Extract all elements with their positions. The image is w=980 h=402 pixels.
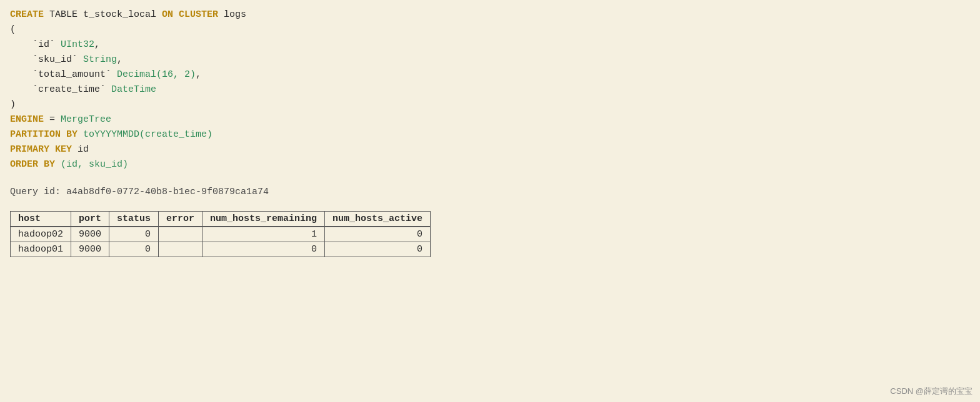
code-token: ( [10, 24, 16, 35]
code-token: `sku_id` [10, 54, 83, 65]
table-row: hadoop019000000 [11, 242, 431, 257]
code-token: ORDER BY [10, 159, 55, 170]
code-line: `create_time` DateTime [10, 82, 970, 97]
code-token: , [94, 39, 100, 50]
code-token: `id` [10, 39, 61, 50]
table-cell: 9000 [71, 227, 109, 242]
table-header: status [109, 212, 159, 227]
table-cell: 0 [109, 242, 159, 257]
code-line: `id` UInt32, [10, 37, 970, 52]
table-header: port [71, 212, 109, 227]
code-token: `create_time` [10, 84, 111, 95]
table-header: host [11, 212, 71, 227]
table-header: num_hosts_remaining [202, 212, 325, 227]
code-token: ) [10, 99, 16, 110]
code-token: Decimal(16, 2) [117, 69, 196, 80]
query-id: Query id: a4ab8df0-0772-40b8-b1ec-9f0879… [10, 185, 970, 200]
code-token: ENGINE [10, 114, 44, 125]
code-token: logs [218, 9, 246, 20]
code-token: String [83, 54, 117, 65]
table-cell [159, 227, 202, 242]
code-token: (id, sku_id) [55, 159, 128, 170]
code-line: ORDER BY (id, sku_id) [10, 157, 970, 172]
code-line: ) [10, 97, 970, 112]
table-cell: hadoop02 [11, 227, 71, 242]
code-line: PARTITION BY toYYYYMMDD(create_time) [10, 127, 970, 142]
table-cell [159, 242, 202, 257]
code-line: PRIMARY KEY id [10, 142, 970, 157]
code-line: ENGINE = MergeTree [10, 112, 970, 127]
code-token: MergeTree [61, 114, 111, 125]
table-cell: 9000 [71, 242, 109, 257]
table-cell: 0 [325, 227, 431, 242]
code-token: `total_amount` [10, 69, 117, 80]
code-token: id [72, 144, 89, 155]
table-header: num_hosts_active [325, 212, 431, 227]
code-line: ( [10, 22, 970, 37]
code-token: PARTITION BY [10, 129, 78, 140]
code-token: = [44, 114, 61, 125]
code-token: UInt32 [61, 39, 94, 50]
code-token: , [117, 54, 122, 65]
code-token [78, 129, 83, 140]
code-token: DateTime [111, 84, 156, 95]
table-cell: 0 [202, 242, 325, 257]
table-header: error [159, 212, 202, 227]
code-token: CREATE [10, 9, 44, 20]
code-token: TABLE t_stock_local [44, 9, 162, 20]
code-token: , [196, 69, 201, 80]
table-cell: 1 [202, 227, 325, 242]
table-row: hadoop029000010 [11, 227, 431, 242]
code-token: PRIMARY KEY [10, 144, 72, 155]
code-block: CREATE TABLE t_stock_local ON CLUSTER lo… [10, 7, 970, 172]
code-token: toYYYYMMDD(create_time) [83, 129, 212, 140]
watermark: CSDN @薛定谔的宝宝 [890, 386, 972, 397]
code-token: ON CLUSTER [162, 9, 218, 20]
table-cell: 0 [325, 242, 431, 257]
code-line: `total_amount` Decimal(16, 2), [10, 67, 970, 82]
result-table: hostportstatuserrornum_hosts_remainingnu… [10, 211, 431, 257]
code-line: CREATE TABLE t_stock_local ON CLUSTER lo… [10, 7, 970, 22]
code-line: `sku_id` String, [10, 52, 970, 67]
table-cell: 0 [109, 227, 159, 242]
table-cell: hadoop01 [11, 242, 71, 257]
